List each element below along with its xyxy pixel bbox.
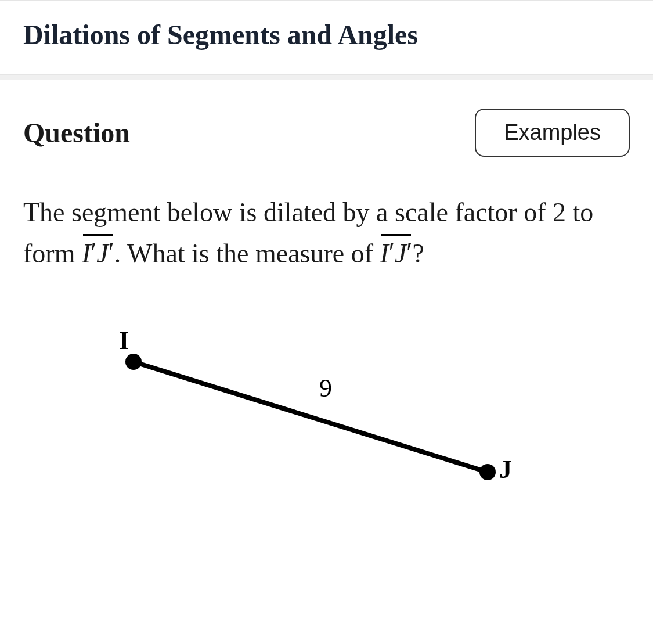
point-I	[125, 354, 142, 370]
segment-notation-1: I′J′	[82, 233, 114, 274]
prime-mark: ′	[91, 238, 96, 267]
header-section: Dilations of Segments and Angles	[0, 0, 653, 75]
overline-bar	[381, 234, 412, 236]
prime-mark: ′	[109, 238, 114, 267]
segment-notation-2: I′J′	[380, 233, 413, 274]
segment-length-label: 9	[319, 374, 332, 402]
prime-mark: ′	[406, 238, 412, 267]
point-J-label: J	[499, 455, 512, 484]
point-I-label: I	[119, 327, 129, 355]
scale-factor-value: 2	[553, 197, 566, 227]
examples-button[interactable]: Examples	[475, 109, 630, 157]
diagram-container: I J 9	[23, 327, 630, 492]
content-section: Question Examples The segment below is d…	[0, 75, 653, 515]
segment-line	[134, 362, 488, 472]
point-J	[479, 464, 496, 480]
segment2-I: I	[380, 239, 389, 268]
segment1-J: J	[96, 239, 108, 268]
question-text-part3: . What is the measure of	[114, 239, 380, 268]
page-title: Dilations of Segments and Angles	[23, 19, 630, 51]
overline-bar	[83, 234, 113, 236]
question-text: The segment below is dilated by a scale …	[23, 192, 630, 275]
segment-diagram: I J 9	[93, 327, 546, 490]
question-label: Question	[23, 117, 130, 149]
question-text-part4: ?	[412, 239, 424, 268]
prime-mark: ′	[389, 238, 395, 267]
segment1-I: I	[82, 239, 91, 268]
question-row: Question Examples	[23, 109, 630, 157]
segment2-J: J	[395, 239, 406, 268]
question-text-part1: The segment below is dilated by a scale …	[23, 197, 553, 227]
